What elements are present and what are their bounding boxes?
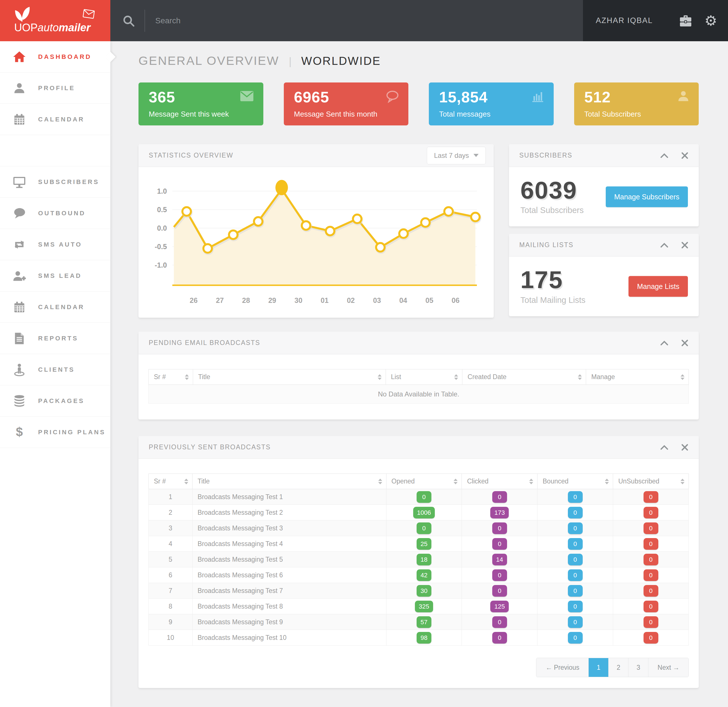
clicked-count-badge: 0 [492, 491, 507, 503]
opened-count-badge: 98 [417, 632, 431, 643]
database-icon [13, 395, 26, 407]
row-title: Broadcasts Messaging Test 5 [192, 552, 386, 567]
collapse-icon[interactable] [660, 242, 669, 248]
stat-cards-row: 365Message Sent this week6965Message Sen… [139, 82, 699, 126]
sidebar-item-clients[interactable]: CLIENTS [0, 354, 110, 385]
sidebar-item-label: OUTBOUND [38, 210, 85, 217]
search-input[interactable] [155, 16, 337, 25]
collapse-icon[interactable] [660, 444, 669, 451]
stat-card-value: 512 [584, 88, 690, 106]
pagination-next[interactable]: Next → [648, 658, 689, 677]
svg-text:01: 01 [321, 296, 329, 304]
collapse-icon[interactable] [660, 340, 669, 346]
stat-card-label: Total messages [439, 110, 545, 119]
unsubscribed-count-badge: 0 [644, 507, 658, 518]
sidebar-item-subscribers[interactable]: SUBSCRIBERS [0, 166, 110, 198]
sidebar-item-sms-lead[interactable]: SMS LEAD [0, 260, 110, 292]
row-sr: 8 [149, 599, 192, 614]
manage-lists-button[interactable]: Manage Lists [628, 276, 688, 296]
opened-count-badge: 1006 [413, 507, 435, 518]
column-header-bounced[interactable]: Bounced [537, 474, 613, 489]
row-title: Broadcasts Messaging Test 1 [192, 489, 386, 505]
date-range-label: Last 7 days [434, 152, 469, 159]
column-header-list[interactable]: List [386, 369, 462, 385]
clicked-count-badge: 0 [492, 538, 507, 550]
date-range-dropdown[interactable]: Last 7 days [427, 147, 486, 164]
dollar-icon: $ [13, 425, 26, 439]
row-sr: 6 [149, 567, 192, 583]
chevron-down-icon [474, 154, 479, 157]
column-header-sr-[interactable]: Sr # [149, 474, 192, 489]
sidebar-item-dashboard[interactable]: DASHBOARD [0, 41, 110, 72]
opened-count-badge: 25 [417, 538, 431, 550]
search-icon[interactable] [122, 14, 135, 27]
pagination-page-1[interactable]: 1 [588, 658, 608, 677]
column-header-manage[interactable]: Manage [586, 369, 689, 385]
user-name[interactable]: AZHAR IQBAL [596, 16, 653, 25]
column-header-created-date[interactable]: Created Date [462, 369, 586, 385]
row-sr: 5 [149, 552, 192, 567]
row-sr: 9 [149, 614, 192, 630]
user-icon [13, 82, 26, 94]
sidebar-item-sms-auto[interactable]: SMS AUTO [0, 229, 110, 260]
sidebar-nav: DASHBOARDPROFILECALENDARSUBSCRIBERSOUTBO… [0, 41, 110, 448]
sidebar-item-label: DASHBOARD [38, 53, 92, 61]
sidebar-item-calendar[interactable]: CALENDAR [0, 292, 110, 323]
subscribers-panel-title: SUBSCRIBERS [519, 152, 572, 159]
row-title: Broadcasts Messaging Test 4 [192, 536, 386, 552]
opened-count-badge: 57 [417, 616, 431, 628]
sidebar-item-label: REPORTS [38, 335, 78, 342]
svg-text:-0.5: -0.5 [155, 243, 167, 250]
statistics-chart: 1.00.50.0-0.5-1.02627282930010203040506 [139, 167, 494, 318]
clicked-count-badge: 0 [492, 522, 507, 534]
sidebar: DASHBOARDPROFILECALENDARSUBSCRIBERSOUTBO… [0, 41, 110, 707]
close-icon[interactable] [681, 339, 689, 347]
user-icon [677, 90, 690, 103]
column-header-opened[interactable]: Opened [386, 474, 462, 489]
collapse-icon[interactable] [660, 152, 669, 159]
briefcase-icon[interactable] [679, 14, 692, 27]
row-title: Broadcasts Messaging Test 8 [192, 599, 386, 614]
pagination-page-3[interactable]: 3 [628, 658, 648, 677]
sidebar-item-pricing-plans[interactable]: $PRICING PLANS [0, 416, 110, 448]
bounced-count-badge: 0 [568, 632, 583, 643]
close-icon[interactable] [681, 444, 689, 451]
manage-subscribers-button[interactable]: Manage Subscribers [606, 186, 688, 207]
column-header-title[interactable]: Title [193, 369, 386, 385]
sidebar-item-outbound[interactable]: OUTBOUND [0, 198, 110, 229]
pagination-previous[interactable]: ← Previous [536, 658, 588, 677]
sidebar-item-calendar[interactable]: CALENDAR [0, 104, 110, 135]
no-data-message: No Data Available in Table. [149, 385, 689, 403]
column-header-title[interactable]: Title [192, 474, 386, 489]
close-icon[interactable] [681, 152, 689, 159]
sidebar-item-reports[interactable]: REPORTS [0, 323, 110, 354]
gear-icon[interactable]: ⚙ [704, 14, 717, 28]
svg-text:27: 27 [216, 296, 224, 304]
sort-icon [578, 374, 582, 380]
column-header-clicked[interactable]: Clicked [462, 474, 537, 489]
opened-count-badge: 0 [417, 491, 431, 503]
sidebar-item-label: PROFILE [38, 84, 75, 92]
mailing-lists-panel-title: MAILING LISTS [519, 241, 573, 249]
close-icon[interactable] [681, 241, 689, 249]
sidebar-item-packages[interactable]: PACKAGES [0, 385, 110, 416]
stat-card-value: 365 [149, 88, 255, 106]
row-title: Broadcasts Messaging Test 6 [192, 567, 386, 583]
row-sr: 7 [149, 583, 192, 599]
sidebar-spacer [0, 135, 110, 166]
column-header-unsubscribed[interactable]: UnSubscribed [613, 474, 689, 489]
clicked-count-badge: 0 [492, 632, 507, 643]
row-sr: 10 [149, 630, 192, 646]
sort-icon [184, 479, 188, 484]
sidebar-item-label: CALENDAR [38, 304, 84, 311]
bounced-count-badge: 0 [568, 601, 583, 612]
svg-text:03: 03 [373, 296, 381, 304]
row-sr: 3 [149, 520, 192, 536]
statistics-panel: STATISTICS OVERVIEW Last 7 days 1.00.50.… [139, 144, 494, 318]
sidebar-item-profile[interactable]: PROFILE [0, 72, 110, 104]
opened-count-badge: 0 [417, 522, 431, 534]
chat-icon [13, 207, 26, 220]
pagination-page-2[interactable]: 2 [608, 658, 628, 677]
column-header-sr-[interactable]: Sr # [149, 369, 193, 385]
svg-text:26: 26 [190, 296, 198, 304]
